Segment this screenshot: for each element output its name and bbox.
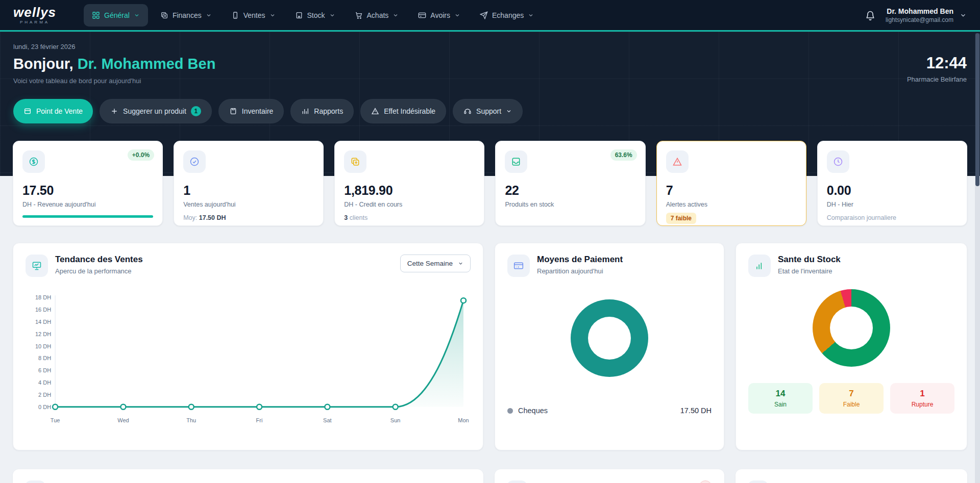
chevron-down-icon	[506, 108, 512, 114]
stat-label: DH - Credit en cours	[344, 201, 475, 208]
menu-label: Général	[104, 11, 130, 19]
scrollbar[interactable]	[975, 33, 980, 483]
svg-text:Thu: Thu	[186, 417, 196, 423]
cash-copy-icon	[350, 157, 360, 167]
pos-button[interactable]: Point de Vente	[13, 99, 93, 123]
payment-legend-item: Cheques 17.50 DH	[507, 406, 712, 415]
user-email: lightsynicate@gmail.com	[886, 16, 953, 23]
main-menu: Général Finances Ventes Stock Achats	[84, 4, 847, 27]
suggest-count-badge: 1	[191, 106, 201, 116]
payment-donut-chart	[571, 299, 648, 377]
revenue-trend-badge: +0.0%	[128, 149, 154, 161]
menu-item-ventes[interactable]: Ventes	[224, 6, 283, 24]
clock-icon	[833, 157, 843, 167]
chevron-down-icon	[454, 12, 460, 18]
transactions-icon	[25, 480, 45, 483]
stat-value: 1	[183, 183, 314, 198]
warning-triangle-icon	[371, 107, 379, 115]
recent-transactions-panel: Transactions Recentes	[13, 469, 483, 483]
support-button[interactable]: Support	[453, 99, 523, 123]
stat-label: Ventes aujourd'hui	[183, 201, 314, 208]
navbar-right: Dr. Mohammed Ben lightsynicate@gmail.com	[865, 7, 967, 23]
avoirs-icon	[418, 11, 426, 19]
revenue-progress-bar	[22, 215, 153, 218]
menu-label: Echanges	[492, 11, 524, 19]
svg-text:12 DH: 12 DH	[35, 331, 51, 337]
menu-item-echanges[interactable]: Echanges	[473, 6, 541, 24]
stat-label: Alertes actives	[666, 201, 797, 208]
achats-icon	[355, 11, 363, 19]
svg-text:8 DH: 8 DH	[38, 355, 51, 361]
menu-item-avoirs[interactable]: Avoirs	[411, 6, 468, 24]
chevron-down-icon	[458, 261, 463, 266]
chevron-down-icon	[270, 12, 276, 18]
pharmacy-name: Pharmacie Belirfane	[907, 75, 967, 83]
menu-item-achats[interactable]: Achats	[348, 6, 406, 24]
bottom-row: Transactions Recentes Expiration Top Pro…	[13, 469, 967, 483]
stat-card-alertes[interactable]: 7 Alertes actives 7 faible	[656, 141, 806, 226]
page-subtitle: Voici votre tableau de bord pour aujourd…	[13, 77, 215, 85]
user-name: Dr. Mohammed Ben	[886, 7, 953, 15]
chip-sain: 14 Sain	[748, 383, 813, 414]
sales-trend-panel: Tendance des Ventes Apercu de la perform…	[13, 243, 483, 450]
stat-card-ventes[interactable]: 1 Ventes aujourd'hui Moy: 17.50 DH	[174, 141, 324, 226]
headset-icon	[463, 107, 472, 115]
grid-icon	[92, 11, 100, 19]
dollar-circle-icon	[29, 157, 39, 167]
svg-text:Mon: Mon	[458, 417, 469, 423]
alert-triangle-icon	[672, 157, 682, 167]
chip-faible: 7 Faible	[819, 383, 884, 414]
adverse-effect-button[interactable]: Effet Indésirable	[360, 99, 446, 123]
menu-label: Ventes	[243, 11, 265, 19]
credit-card-icon	[513, 261, 524, 271]
finances-icon	[160, 11, 168, 19]
brand-wordmark: wellys	[13, 6, 56, 19]
stat-label: DH - Revenue aujourd'hui	[22, 201, 153, 208]
svg-text:16 DH: 16 DH	[35, 307, 51, 313]
panel-title: Sante du Stock	[778, 255, 954, 265]
reports-button[interactable]: Rapports	[290, 99, 354, 123]
svg-text:Fri: Fri	[256, 417, 263, 423]
svg-text:Wed: Wed	[117, 417, 129, 423]
stat-label: Produits en stock	[505, 201, 635, 208]
user-menu[interactable]: Dr. Mohammed Ben lightsynicate@gmail.com	[886, 7, 967, 23]
menu-item-stock[interactable]: Stock	[288, 6, 342, 24]
stock-percent-badge: 63.6%	[610, 149, 637, 161]
svg-text:14 DH: 14 DH	[35, 319, 51, 325]
bar-chart-icon	[754, 261, 765, 271]
bell-icon[interactable]	[865, 10, 875, 20]
cash-register-icon	[23, 107, 32, 115]
chevron-down-icon	[206, 12, 212, 18]
menu-item-general[interactable]: Général	[84, 4, 148, 27]
stat-card-stock[interactable]: 63.6% 22 Produits en stock	[495, 141, 645, 226]
stat-value: 22	[505, 183, 635, 198]
inventory-box-icon	[229, 107, 237, 115]
panel-title: Tendance des Ventes	[55, 255, 393, 265]
suggest-product-button[interactable]: Suggerer un produit 1	[100, 99, 212, 123]
menu-label: Achats	[367, 11, 389, 19]
period-select[interactable]: Cette Semaine	[400, 255, 471, 272]
inbox-icon	[511, 157, 521, 167]
inventory-button[interactable]: Inventaire	[218, 99, 284, 123]
sales-line-chart: 0 DH2 DH4 DH6 DH8 DH10 DH12 DH14 DH16 DH…	[26, 284, 471, 435]
svg-text:2 DH: 2 DH	[38, 392, 51, 398]
stat-label: DH - Hier	[827, 201, 958, 208]
echanges-icon	[480, 11, 488, 19]
top-products-panel: Top Produits	[736, 469, 967, 483]
chip-rupture: 1 Rupture	[890, 383, 954, 414]
svg-text:Tue: Tue	[51, 417, 60, 423]
menu-item-finances[interactable]: Finances	[153, 6, 219, 24]
svg-text:0 DH: 0 DH	[38, 404, 51, 410]
clock-time: 12:44	[907, 54, 967, 72]
chevron-down-icon	[393, 12, 399, 18]
svg-text:10 DH: 10 DH	[35, 343, 51, 349]
top-products-icon	[748, 480, 768, 483]
stat-card-hier[interactable]: 0.00 DH - Hier Comparaison journaliere	[817, 141, 967, 226]
brand-logo[interactable]: wellys PHARMA	[13, 6, 56, 24]
stat-value: 1,819.90	[344, 183, 475, 198]
stock-donut-chart	[813, 289, 890, 367]
stat-card-credit[interactable]: 1,819.90 DH - Credit en cours 3 clients	[334, 141, 484, 226]
stat-card-revenue[interactable]: +0.0% 17.50 DH - Revenue aujourd'hui	[13, 141, 163, 226]
stock-status-chips: 14 Sain 7 Faible 1 Rupture	[748, 383, 954, 414]
expiration-panel: Expiration	[495, 469, 724, 483]
